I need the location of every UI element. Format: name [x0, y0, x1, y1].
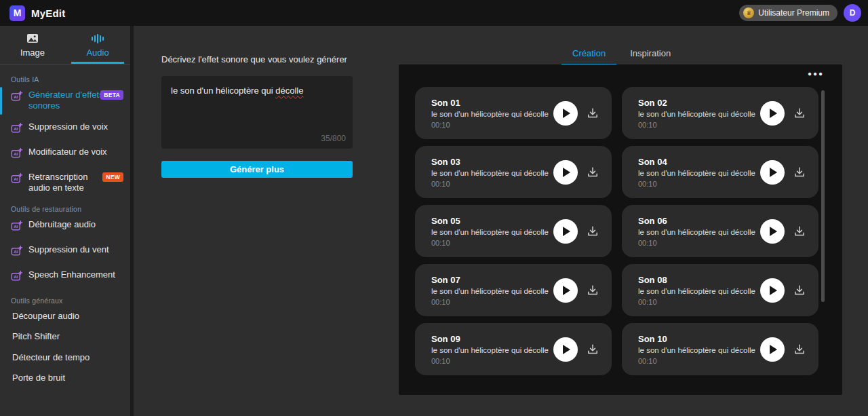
sidebar-item-speech-enhancement[interactable]: AISpeech Enhancement — [0, 265, 130, 290]
prompt-misspelled-word: décolle — [275, 86, 303, 96]
card-description: le son d'un hélicoptère qui décolle — [431, 287, 547, 295]
card-text: Son 04le son d'un hélicoptère qui décoll… — [638, 157, 753, 188]
card-title: Son 05 — [431, 216, 547, 226]
card-text: Son 03le son d'un hélicoptère qui décoll… — [431, 157, 547, 188]
prompt-label: Décrivez l'effet sonore que vous voulez … — [161, 54, 353, 64]
generator-column: Décrivez l'effet sonore que vous voulez … — [161, 54, 353, 178]
sidebar-item-generateur-d-effets-sonores[interactable]: AIGénérateur d'effets sonoresBETA — [0, 85, 130, 117]
play-button[interactable] — [760, 160, 785, 185]
card-description: le son d'un hélicoptère qui décolle — [431, 110, 547, 118]
play-icon — [770, 286, 777, 295]
sidebar-item-label: Débruitage audio — [28, 219, 96, 230]
premium-user-badge[interactable]: ♛ Utilisateur Premium — [739, 5, 837, 21]
play-icon — [770, 168, 777, 177]
download-icon[interactable] — [793, 343, 806, 356]
download-icon[interactable] — [586, 284, 599, 297]
sidebar-item-label: Porte de bruit — [12, 373, 65, 383]
play-button[interactable] — [553, 278, 578, 303]
sidebar-item-suppression-du-vent[interactable]: AISuppression du vent — [0, 240, 130, 265]
card-duration: 00:10 — [431, 180, 547, 188]
sidebar-item-label: Détecteur de tempo — [12, 352, 90, 363]
download-icon[interactable] — [793, 107, 806, 120]
play-button[interactable] — [553, 160, 578, 185]
play-icon — [563, 109, 570, 118]
download-icon[interactable] — [793, 284, 806, 297]
sidebar-item-pitch-shifter[interactable]: Pitch Shifter — [0, 326, 130, 347]
play-button[interactable] — [760, 219, 785, 244]
download-icon[interactable] — [793, 166, 806, 179]
card-text: Son 10le son d'un hélicoptère qui décoll… — [638, 334, 753, 365]
myedit-logo-icon[interactable]: M — [9, 5, 25, 21]
sound-card-son-05: Son 05le son d'un hélicoptère qui décoll… — [415, 205, 612, 257]
sidebar-item-debruitage-audio[interactable]: AIDébruitage audio — [0, 214, 130, 240]
generate-more-button[interactable]: Générer plus — [161, 161, 353, 178]
sidebar-item-modificateur-de-voix[interactable]: AIModificateur de voix — [0, 142, 130, 167]
sidebar-section-outils-de-restauration: Outils de restaurationAIDébruitage audio… — [0, 205, 130, 290]
card-description: le son d'un hélicoptère qui décolle — [638, 346, 753, 354]
sidebar-item-decoupeur-audio[interactable]: Découpeur audio — [0, 306, 130, 326]
download-icon[interactable] — [586, 343, 599, 356]
tab-inspiration[interactable]: Inspiration — [619, 44, 682, 66]
play-button[interactable] — [760, 278, 785, 303]
card-duration: 00:10 — [638, 180, 753, 188]
play-button[interactable] — [553, 337, 578, 362]
ai-tool-icon: AI — [11, 172, 23, 187]
tab-image-label: Image — [20, 48, 45, 64]
tab-creation[interactable]: Création — [561, 44, 616, 66]
badge-new: NEW — [102, 172, 123, 182]
topbar: M MyEdit ♛ Utilisateur Premium D — [0, 0, 868, 26]
play-icon — [563, 286, 570, 295]
avatar[interactable]: D — [844, 4, 861, 22]
card-title: Son 01 — [431, 98, 547, 108]
svg-text:AI: AI — [14, 177, 18, 181]
sound-card-son-09: Son 09le son d'un hélicoptère qui décoll… — [415, 323, 612, 375]
scrollbar-thumb[interactable] — [821, 90, 825, 302]
download-icon[interactable] — [586, 225, 599, 238]
prompt-textarea[interactable]: le son d'un hélicoptère qui décolle 35/8… — [161, 76, 353, 149]
svg-text:AI: AI — [14, 127, 18, 131]
card-description: le son d'un hélicoptère qui décolle — [431, 228, 547, 236]
svg-text:AI: AI — [14, 95, 18, 99]
sidebar-item-detecteur-de-tempo[interactable]: Détecteur de tempo — [0, 347, 130, 368]
prompt-text: le son d'un hélicoptère qui — [171, 86, 275, 96]
card-title: Son 04 — [638, 157, 753, 167]
play-icon — [563, 168, 570, 177]
sound-card-son-03: Son 03le son d'un hélicoptère qui décoll… — [415, 146, 612, 198]
tab-image[interactable]: Image — [0, 26, 65, 64]
results-tabs: Création Inspiration — [561, 44, 682, 66]
card-text: Son 01le son d'un hélicoptère qui décoll… — [431, 98, 547, 129]
tab-audio-label: Audio — [71, 48, 123, 64]
card-description: le son d'un hélicoptère qui décolle — [638, 110, 753, 118]
card-title: Son 09 — [431, 334, 547, 344]
sound-card-son-08: Son 08le son d'un hélicoptère qui décoll… — [622, 264, 818, 316]
card-duration: 00:10 — [431, 357, 547, 365]
card-duration: 00:10 — [638, 298, 753, 306]
download-icon[interactable] — [586, 107, 599, 120]
sidebar-item-label: Pitch Shifter — [12, 331, 60, 342]
card-duration: 00:10 — [431, 121, 547, 129]
sidebar-item-label: Découpeur audio — [12, 311, 79, 322]
play-icon — [770, 227, 777, 236]
card-text: Son 06le son d'un hélicoptère qui décoll… — [638, 216, 753, 247]
sound-card-son-01: Son 01le son d'un hélicoptère qui décoll… — [415, 87, 612, 139]
tab-audio[interactable]: Audio — [65, 26, 130, 64]
play-icon — [770, 345, 777, 354]
play-icon — [563, 345, 570, 354]
play-button[interactable] — [760, 101, 785, 126]
premium-label: Utilisateur Premium — [758, 8, 829, 18]
sidebar-item-porte-de-bruit[interactable]: Porte de bruit — [0, 368, 130, 388]
sidebar-item-retranscription-audio-en-texte[interactable]: AIRetranscription audio en texteNEW — [0, 167, 130, 199]
card-description: le son d'un hélicoptère qui décolle — [638, 228, 753, 236]
download-icon[interactable] — [793, 225, 806, 238]
play-button[interactable] — [553, 219, 578, 244]
sidebar-section-outils-ia: Outils IAAIGénérateur d'effets sonoresBE… — [0, 75, 130, 198]
download-icon[interactable] — [586, 166, 599, 179]
play-button[interactable] — [760, 337, 785, 362]
ai-tool-icon: AI — [11, 245, 23, 260]
sidebar-item-suppression-de-voix[interactable]: AISuppression de voix — [0, 117, 130, 142]
more-options-icon[interactable]: ●●● — [808, 71, 824, 77]
card-text: Son 08le son d'un hélicoptère qui décoll… — [638, 275, 753, 306]
play-button[interactable] — [553, 101, 578, 126]
card-title: Son 10 — [638, 334, 753, 344]
sidebar-section-outils-generaux: Outils générauxDécoupeur audioPitch Shif… — [0, 297, 130, 388]
